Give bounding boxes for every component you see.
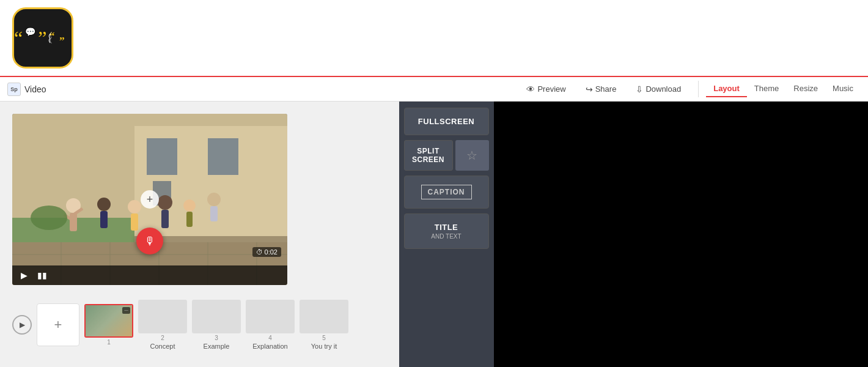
svg-rect-5 [147, 138, 177, 175]
svg-point-14 [97, 198, 111, 211]
svg-point-22 [207, 193, 221, 206]
timeline: ▶ + ··· 1 2 Concept 3 Example [12, 295, 387, 355]
logo-area: “💬” “ ” [0, 0, 868, 77]
title-label: TITLE [435, 223, 458, 232]
record-button-container: 🎙 [136, 228, 163, 254]
title-sublabel: AND TEXT [431, 233, 461, 240]
timeline-num-1: 1 [107, 339, 111, 346]
download-icon: ⇩ [636, 84, 643, 94]
preview-icon: 👁 [526, 84, 535, 94]
fullscreen-label: FULLSCREEN [418, 117, 474, 126]
download-button[interactable]: ⇩ Download [628, 81, 688, 97]
tab-layout[interactable]: Layout [706, 81, 747, 97]
svg-rect-11 [70, 213, 77, 231]
clock-icon: ⏱ [256, 248, 263, 256]
timeline-label-5: You try it [311, 343, 337, 350]
timeline-play-button[interactable]: ▶ [12, 315, 32, 335]
svg-point-20 [183, 199, 196, 212]
layout-splitscreen-preview[interactable]: ☆ [455, 140, 489, 171]
tab-resize[interactable]: Resize [786, 81, 825, 97]
timeline-thumb-1: ··· [84, 304, 133, 338]
timeline-label-2: Concept [150, 343, 175, 350]
svg-point-16 [128, 200, 141, 213]
svg-rect-23 [210, 206, 218, 221]
layout-splitscreen-container: SPLITSCREEN ☆ [404, 140, 489, 171]
svg-rect-21 [186, 212, 193, 227]
svg-rect-19 [161, 210, 169, 228]
play-button[interactable]: ▶ [18, 269, 30, 281]
left-area: + 🎙 ⏱ 0:02 ▶ ▮▮ ▶ + [0, 102, 399, 367]
timeline-num-2: 2 [161, 335, 164, 341]
star-icon: ☆ [466, 148, 477, 163]
timeline-label-4: Explanation [252, 343, 288, 350]
svg-point-18 [158, 195, 172, 210]
tab-theme[interactable]: Theme [747, 81, 786, 97]
record-button[interactable]: 🎙 [136, 228, 163, 254]
svg-rect-15 [100, 211, 108, 228]
timeline-item-5[interactable]: 5 You try it [300, 300, 348, 350]
timeline-thumb-3 [192, 300, 241, 333]
tab-music[interactable]: Music [825, 81, 861, 97]
layout-fullscreen[interactable]: FULLSCREEN [404, 108, 489, 135]
toolbar: Sp Video 👁 Preview ↪ Share ⇩ Download La… [0, 77, 868, 102]
video-controls: ▶ ▮▮ [12, 265, 287, 285]
share-button[interactable]: ↪ Share [578, 81, 624, 97]
layout-title-text[interactable]: TITLE AND TEXT [404, 213, 489, 249]
split-screen-label: SPLITSCREEN [412, 147, 444, 164]
microphone-icon: 🎙 [144, 235, 155, 248]
timeline-num-4: 4 [268, 335, 272, 341]
video-player: + 🎙 ⏱ 0:02 ▶ ▮▮ [12, 114, 287, 285]
quote-marks-icon: “💬” [14, 28, 46, 48]
layout-caption[interactable]: CAPTION [404, 176, 489, 209]
timeline-label-3: Example [204, 343, 230, 350]
layout-splitscreen[interactable]: SPLITSCREEN [404, 140, 453, 171]
timeline-thumb-4 [246, 300, 295, 333]
timeline-thumb-5 [300, 300, 348, 333]
share-icon: ↪ [586, 84, 593, 94]
timeline-num-3: 3 [215, 335, 218, 341]
timeline-thumb-2 [138, 300, 187, 333]
timeline-add-button[interactable]: + [37, 303, 79, 346]
preview-button[interactable]: 👁 Preview [519, 81, 573, 97]
timeline-item-3[interactable]: 3 Example [192, 300, 241, 350]
toolbar-brand-label: Video [24, 84, 46, 94]
black-area [494, 102, 869, 367]
toolbar-tabs: Layout Theme Resize Music [698, 81, 861, 97]
brand-icon: Sp [7, 83, 21, 96]
logo-svg: “ ” [46, 17, 72, 59]
toolbar-brand: Sp Video [7, 83, 46, 96]
timeline-item-4[interactable]: 4 Explanation [246, 300, 295, 350]
add-clip-button[interactable]: + [141, 190, 159, 209]
timeline-num-5: 5 [322, 335, 326, 341]
caption-label: CAPTION [421, 185, 472, 199]
stop-button[interactable]: ▮▮ [35, 269, 50, 281]
timeline-item-1[interactable]: ··· 1 [84, 304, 133, 346]
app-logo: “💬” “ ” [12, 7, 73, 69]
time-badge: ⏱ 0:02 [252, 247, 281, 257]
timeline-item-2[interactable]: 2 Concept [138, 300, 187, 350]
timeline-thumb-badge-1: ··· [122, 307, 130, 314]
main-area: + 🎙 ⏱ 0:02 ▶ ▮▮ ▶ + [0, 102, 868, 367]
layout-panel: FULLSCREEN SPLITSCREEN ☆ CAPTION TITLE A… [399, 102, 494, 367]
svg-text:”: ” [59, 35, 65, 46]
logo-content: “💬” [14, 28, 46, 48]
svg-rect-6 [208, 138, 238, 175]
svg-point-24 [31, 206, 67, 230]
